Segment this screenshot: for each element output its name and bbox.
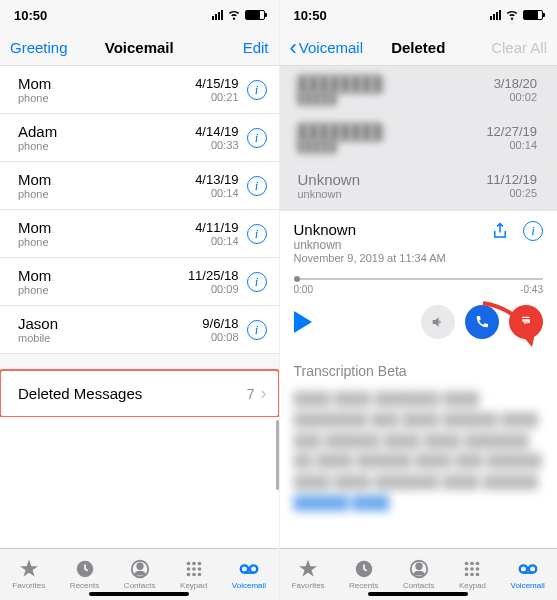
star-icon [17, 558, 41, 580]
svg-point-7 [192, 567, 196, 571]
tab-keypad[interactable]: Keypad [459, 558, 486, 590]
player-caller-name: Unknown [294, 221, 492, 238]
home-indicator [89, 592, 189, 596]
svg-point-6 [186, 567, 190, 571]
deleted-count: 7 [247, 386, 255, 402]
voicemail-row[interactable]: Jasonmobile 9/6/1800:08 i [0, 306, 279, 354]
info-icon[interactable]: i [247, 320, 267, 340]
delete-button[interactable] [509, 305, 543, 339]
caller-name: Mom [18, 75, 195, 92]
info-icon[interactable]: i [247, 128, 267, 148]
svg-point-21 [465, 567, 469, 571]
svg-point-18 [465, 561, 469, 565]
status-time: 10:50 [14, 8, 47, 23]
info-icon[interactable]: i [247, 272, 267, 292]
svg-point-20 [476, 561, 480, 565]
tab-favorites[interactable]: Favorites [12, 558, 45, 590]
time-elapsed: 0:00 [294, 284, 313, 295]
svg-point-10 [192, 572, 196, 576]
back-button[interactable]: Voicemail [290, 35, 364, 61]
navbar: Voicemail Deleted Clear All [280, 30, 558, 66]
svg-point-17 [416, 563, 422, 569]
voicemail-player: Unknown unknown November 9, 2019 at 11:3… [280, 210, 558, 351]
speaker-button[interactable] [421, 305, 455, 339]
navbar: Greeting Voicemail Edit [0, 30, 279, 66]
voicemail-row[interactable]: Momphone 4/15/1900:21 i [0, 66, 279, 114]
battery-icon [245, 10, 265, 20]
status-time: 10:50 [294, 8, 327, 23]
greeting-button[interactable]: Greeting [10, 39, 68, 56]
vm-date: 4/15/19 [195, 76, 238, 91]
deleted-screen: 10:50 Voicemail Deleted Clear All ██████… [279, 0, 558, 600]
player-date: November 9, 2019 at 11:34 AM [294, 252, 492, 264]
voicemail-row[interactable]: Momphone 4/13/1900:14 i [0, 162, 279, 210]
voicemail-row[interactable]: Adamphone 4/14/1900:33 i [0, 114, 279, 162]
signal-icon [212, 10, 223, 20]
contact-icon [407, 558, 431, 580]
svg-point-8 [197, 567, 201, 571]
info-icon[interactable]: i [247, 80, 267, 100]
svg-point-4 [192, 561, 196, 565]
clock-icon [73, 558, 97, 580]
deleted-row[interactable]: Unknownunknown 11/12/1900:25 [280, 162, 558, 210]
deleted-row[interactable]: █████████████ 12/27/1900:14 [280, 114, 558, 162]
keypad-icon [460, 558, 484, 580]
svg-point-23 [476, 567, 480, 571]
info-icon[interactable]: i [523, 221, 543, 241]
tab-recents[interactable]: Recents [349, 558, 378, 590]
svg-point-11 [197, 572, 201, 576]
call-button[interactable] [465, 305, 499, 339]
deleted-list: █████████████ 3/18/2000:02 █████████████… [280, 66, 558, 210]
svg-point-22 [471, 567, 475, 571]
tab-favorites[interactable]: Favorites [292, 558, 325, 590]
voicemail-icon [516, 558, 540, 580]
svg-point-3 [186, 561, 190, 565]
tab-voicemail[interactable]: Voicemail [232, 558, 266, 590]
voicemail-row[interactable]: Momphone 4/11/1900:14 i [0, 210, 279, 258]
voicemail-icon [237, 558, 261, 580]
wifi-icon [227, 7, 241, 24]
edit-button[interactable]: Edit [243, 39, 269, 56]
deleted-label: Deleted Messages [18, 385, 142, 402]
svg-point-25 [471, 572, 475, 576]
deleted-row[interactable]: █████████████ 3/18/2000:02 [280, 66, 558, 114]
home-indicator [368, 592, 468, 596]
svg-point-5 [197, 561, 201, 565]
star-icon [296, 558, 320, 580]
clear-all-button[interactable]: Clear All [491, 39, 547, 56]
transcription-body: ████ ████ ███████ ████ ████████ ███ ████… [294, 389, 544, 514]
status-indicators [212, 7, 265, 24]
tab-recents[interactable]: Recents [70, 558, 99, 590]
player-caller-sub: unknown [294, 238, 492, 252]
voicemail-row[interactable]: Momphone 11/25/1800:09 i [0, 258, 279, 306]
status-bar: 10:50 [0, 0, 279, 30]
transcription-label: Transcription Beta [294, 363, 544, 379]
battery-icon [523, 10, 543, 20]
contact-icon [128, 558, 152, 580]
playback-knob[interactable] [294, 276, 300, 282]
tab-contacts[interactable]: Contacts [403, 558, 435, 590]
info-icon[interactable]: i [247, 224, 267, 244]
svg-point-9 [186, 572, 190, 576]
svg-point-19 [471, 561, 475, 565]
signal-icon [490, 10, 501, 20]
playback-track[interactable] [294, 278, 544, 280]
svg-point-26 [476, 572, 480, 576]
info-icon[interactable]: i [247, 176, 267, 196]
play-button[interactable] [294, 311, 312, 333]
tab-contacts[interactable]: Contacts [124, 558, 156, 590]
vm-duration: 00:21 [211, 91, 239, 103]
tab-voicemail[interactable]: Voicemail [511, 558, 545, 590]
status-bar: 10:50 [280, 0, 558, 30]
deleted-messages-row[interactable]: Deleted Messages 7 › [0, 370, 279, 417]
voicemail-list: Momphone 4/15/1900:21 i Adamphone 4/14/1… [0, 66, 279, 354]
caller-sub: phone [18, 92, 195, 104]
keypad-icon [182, 558, 206, 580]
voicemail-screen: 10:50 Greeting Voicemail Edit Momphone 4… [0, 0, 279, 600]
tab-keypad[interactable]: Keypad [180, 558, 207, 590]
share-icon[interactable] [491, 221, 509, 241]
clock-icon [352, 558, 376, 580]
time-remaining: -0:43 [520, 284, 543, 295]
wifi-icon [505, 7, 519, 24]
transcription-panel: Transcription Beta ████ ████ ███████ ███… [280, 351, 558, 548]
